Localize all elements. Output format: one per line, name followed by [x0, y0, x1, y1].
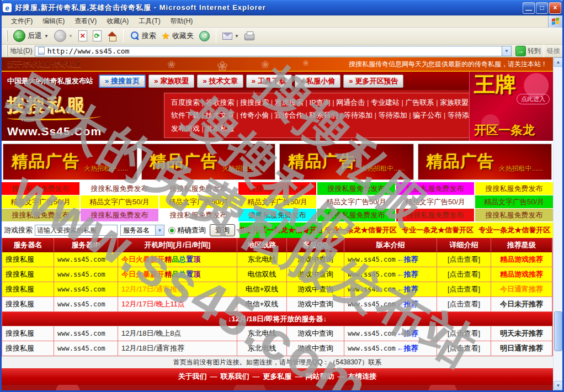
ad-strip-cell[interactable]: 搜搜私服免费发布: [238, 209, 316, 221]
cell-detail-link[interactable]: [点击查看]: [437, 341, 491, 356]
vertical-scrollbar[interactable]: ▲ ▼: [553, 57, 562, 390]
quick-link[interactable]: 联系我们: [309, 111, 338, 119]
toolbar-grip[interactable]: [6, 30, 8, 41]
ad-strip-cell[interactable]: 搜搜私服免费发布: [2, 209, 79, 221]
ad-strip-cell[interactable]: 搜搜私服免费发布: [159, 209, 237, 221]
dragon-ad-link[interactable]: 专业一条龙★信誉开区: [325, 225, 397, 235]
ad-strip-cell[interactable]: 搜搜私服免费发布: [475, 209, 553, 221]
quick-link[interactable]: 发布游戏: [171, 124, 200, 133]
home-button[interactable]: [105, 30, 119, 42]
back-dropdown-icon[interactable]: ▼: [44, 34, 49, 39]
scroll-down-icon[interactable]: ▼: [554, 381, 563, 390]
nav-tab[interactable]: »技术文章: [197, 75, 243, 88]
print-button[interactable]: [242, 30, 257, 41]
restore-button[interactable]: □: [536, 2, 548, 14]
nav-tab[interactable]: »更多开区预告: [343, 75, 403, 88]
address-input-box[interactable]: ▼: [35, 46, 512, 56]
ad-strip-cell[interactable]: 精品文字广告50/月: [2, 195, 79, 208]
cell-detail-link[interactable]: [点击查看]: [437, 267, 491, 282]
footer-link[interactable]: 关于我们: [178, 372, 207, 380]
quick-link[interactable]: 百度搜索: [171, 98, 200, 107]
address-url-input[interactable]: [47, 47, 502, 55]
menu-item[interactable]: 文件(F): [6, 15, 38, 27]
ad-strip-cell[interactable]: 精品文字广告50/月: [317, 195, 395, 208]
ad-strip-cell[interactable]: 精品文字广告50/月: [159, 195, 237, 208]
ad-strip-cell[interactable]: 搜搜私服免费发布: [396, 182, 474, 195]
quick-link[interactable]: 宣传合作: [275, 111, 304, 119]
select-dropdown-icon[interactable]: ▼: [155, 225, 164, 235]
ad-strip-cell[interactable]: 精品文字广告50/月: [81, 195, 158, 208]
exact-query-radio[interactable]: 精确查询: [168, 225, 206, 235]
nav-tab[interactable]: »私服小偷: [295, 75, 340, 88]
ad-strip-cell[interactable]: 搜搜私服免费发布: [238, 182, 316, 195]
ad-strip-cell[interactable]: 搜搜私服免费发布: [81, 182, 158, 195]
footer-link[interactable]: 友情连接: [348, 372, 377, 380]
quick-link[interactable]: 雅虎搜索: [275, 98, 304, 107]
go-button[interactable]: →: [515, 46, 526, 56]
back-button[interactable]: ← 后退 ▼: [11, 29, 51, 43]
quick-link[interactable]: 广告联系: [406, 98, 434, 107]
cell-detail-link[interactable]: [点击查看]: [437, 252, 491, 267]
quick-link[interactable]: 搜搜搜索: [240, 98, 269, 107]
quick-link[interactable]: 网通合击: [336, 98, 365, 107]
menu-item[interactable]: 编辑(E): [38, 15, 70, 27]
menu-item[interactable]: 帮助(H): [166, 15, 198, 27]
quick-link[interactable]: 技术文章: [206, 111, 235, 119]
ad-strip-cell[interactable]: 精品文字广告50/月: [396, 195, 474, 208]
ace-ad-banner[interactable]: 王牌 点此进入 开区一条龙: [469, 72, 553, 141]
ad-strip-cell[interactable]: 精品文字广告50/月: [475, 195, 553, 208]
ace-ad-enter-button[interactable]: 点此进入: [517, 94, 550, 104]
address-dropdown-icon[interactable]: ▼: [502, 46, 511, 56]
quick-link[interactable]: 传奇小偷: [240, 111, 269, 119]
cell-detail-link[interactable]: [点击查看]: [437, 297, 491, 312]
recommend-link[interactable]: ←推荐: [397, 299, 418, 309]
quick-link[interactable]: 骗子公布: [413, 111, 441, 119]
dragon-ad-link[interactable]: 专业一条龙★信誉开区: [478, 225, 550, 235]
scrollbar-thumb[interactable]: [554, 311, 562, 351]
quick-link[interactable]: 发布私服: [206, 124, 235, 133]
menu-item[interactable]: 收藏(A): [102, 15, 134, 27]
ad-strip-cell[interactable]: 搜搜私服免费发布: [396, 209, 474, 221]
premium-ad-banner[interactable]: 精品广告火热招租中......: [279, 144, 414, 180]
site-top-keywords[interactable]: 新开传奇私服 传奇私服: [7, 59, 81, 69]
mail-dropdown-icon[interactable]: ▼: [235, 34, 239, 39]
ad-strip-cell[interactable]: 搜搜私服免费发布: [317, 209, 395, 221]
refresh-button[interactable]: ⟳: [91, 29, 104, 43]
ad-strip-cell[interactable]: 搜搜私服免费发布: [317, 182, 395, 195]
history-button[interactable]: ↺: [197, 30, 212, 43]
quick-link[interactable]: 软件下载: [171, 111, 200, 119]
ad-strip-cell[interactable]: 搜搜私服免费发布: [2, 182, 79, 195]
minimize-button[interactable]: —: [523, 2, 535, 14]
footer-link[interactable]: 联系我们: [221, 372, 249, 380]
forward-button[interactable]: → ▼: [52, 29, 75, 43]
dragon-ad-green[interactable]: 指定开区一条龙★信誉开区: [240, 223, 322, 238]
addressbar-grip[interactable]: [6, 45, 8, 56]
recommend-link[interactable]: ←推荐: [397, 284, 418, 294]
quick-link[interactable]: 家族联盟: [440, 98, 469, 107]
footer-link[interactable]: 更多私服: [263, 372, 292, 380]
nav-tab[interactable]: »工具下载: [246, 75, 292, 88]
ad-strip-cell[interactable]: 精品文字广告50/月: [238, 195, 316, 208]
recommend-link[interactable]: ←推荐: [397, 343, 418, 353]
ad-strip-cell[interactable]: 搜搜私服免费发布: [159, 182, 237, 195]
menu-item[interactable]: 查看(V): [70, 15, 102, 27]
dragon-ad-link[interactable]: 专业一条龙★信誉开区: [402, 225, 473, 235]
stop-button[interactable]: ✕: [76, 29, 89, 43]
links-label[interactable]: 链接: [547, 46, 560, 56]
quick-link[interactable]: 等待添加: [344, 111, 373, 119]
ad-strip-cell[interactable]: 搜搜私服免费发布: [81, 209, 158, 221]
search-type-select[interactable]: 服务器名 ▼: [120, 225, 164, 236]
recommend-link[interactable]: ←推荐: [397, 329, 418, 338]
favorites-button[interactable]: ★ 收藏夹: [159, 29, 196, 43]
cell-detail-link[interactable]: [点击查看]: [437, 326, 491, 341]
scroll-up-icon[interactable]: ▲: [554, 57, 563, 67]
forward-dropdown-icon[interactable]: ▼: [68, 34, 73, 39]
ad-strip-cell[interactable]: 搜搜私服免费发布: [475, 182, 553, 195]
footer-link[interactable]: 网站帮助: [306, 372, 334, 380]
premium-ad-banner[interactable]: 精品广告火热招租中......: [141, 144, 276, 180]
menu-item[interactable]: 工具(T): [134, 15, 165, 27]
premium-ad-banner[interactable]: 精品广告火热招租中......: [3, 144, 137, 180]
game-search-input[interactable]: [35, 225, 118, 236]
recommend-link[interactable]: ←推荐: [397, 269, 418, 279]
quick-link[interactable]: 谷歌搜索: [206, 98, 235, 107]
